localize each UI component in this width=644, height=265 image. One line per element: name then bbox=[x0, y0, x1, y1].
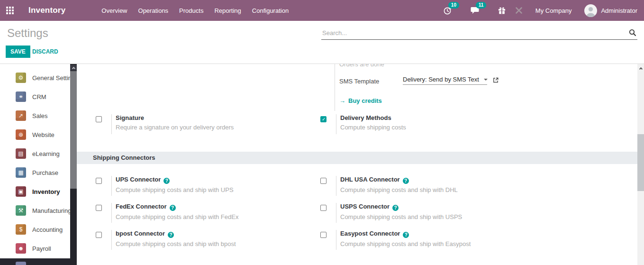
arrow-right-icon: → bbox=[339, 97, 345, 104]
gift-icon[interactable] bbox=[497, 5, 507, 16]
control-panel: Settings SAVE DISCARD bbox=[0, 21, 644, 64]
menu-reporting[interactable]: Reporting bbox=[213, 5, 242, 16]
tools-icon[interactable] bbox=[514, 5, 524, 16]
sms-settings-pane: Orders are done SMS Template Delivery: S… bbox=[335, 64, 590, 111]
help-icon[interactable]: ? bbox=[163, 178, 170, 184]
ups-connector-checkbox[interactable] bbox=[96, 178, 102, 184]
apps-menu-icon[interactable] bbox=[6, 7, 14, 14]
ups-connector-label: UPS Connector? bbox=[116, 176, 234, 184]
sidebar-item-payroll[interactable]: ☻ Payroll bbox=[0, 239, 70, 258]
sidebar-item-accounting[interactable]: $ Accounting bbox=[0, 220, 70, 239]
sidebar-item-manufacturing[interactable]: ⚒ Manufacturing bbox=[0, 201, 70, 220]
page-title: Settings bbox=[7, 27, 48, 40]
signature-checkbox[interactable] bbox=[96, 116, 102, 122]
dhl-connector-checkbox[interactable] bbox=[320, 178, 327, 184]
user-menu[interactable]: Administrator bbox=[601, 7, 637, 14]
search-bar bbox=[321, 27, 637, 40]
inventory-icon: ▣ bbox=[16, 186, 26, 197]
usps-connector-desc: Compute shipping costs and ship with USP… bbox=[340, 213, 462, 220]
external-link-icon[interactable] bbox=[492, 77, 499, 83]
scroll-up-icon[interactable] bbox=[637, 67, 644, 70]
signature-label: Signature bbox=[116, 114, 234, 121]
clipped-setting-text: Orders are done bbox=[339, 64, 384, 68]
sidebar-item-website[interactable]: ⊕ Website bbox=[0, 125, 70, 144]
ups-connector-desc: Compute shipping costs and ship with UPS bbox=[116, 186, 234, 193]
help-icon[interactable]: ? bbox=[392, 205, 399, 211]
website-icon: ⊕ bbox=[16, 129, 26, 140]
sidebar-item-sales[interactable]: ↗ Sales bbox=[0, 106, 70, 125]
sidebar-item-partial-icon[interactable] bbox=[16, 262, 26, 265]
sidebar-clipped-row bbox=[0, 258, 70, 265]
menu-configuration[interactable]: Configuration bbox=[251, 5, 290, 16]
help-icon[interactable]: ? bbox=[403, 178, 409, 184]
search-icon[interactable] bbox=[629, 29, 636, 37]
buy-credits-link[interactable]: →Buy credits bbox=[339, 97, 382, 104]
bpost-connector-checkbox[interactable] bbox=[96, 232, 102, 238]
fedex-connector-checkbox[interactable] bbox=[96, 205, 102, 211]
app-title: Inventory bbox=[28, 6, 65, 15]
activities-icon[interactable]: 10 bbox=[443, 5, 453, 16]
sidebar-item-purchase[interactable]: ▦ Purchase bbox=[0, 163, 70, 182]
sidebar-scrollbar[interactable] bbox=[70, 64, 77, 265]
bpost-connector-desc: Compute shipping costs and ship with bpo… bbox=[116, 240, 236, 247]
section-header: Shipping Connectors bbox=[77, 152, 637, 164]
help-icon[interactable]: ? bbox=[170, 205, 176, 211]
easypost-connector-checkbox[interactable] bbox=[320, 232, 327, 238]
sms-template-select[interactable]: Delivery: Send by SMS Text bbox=[403, 76, 487, 85]
chevron-down-icon bbox=[484, 79, 488, 81]
crm-icon: ⚭ bbox=[16, 91, 26, 102]
company-switcher[interactable]: My Company bbox=[535, 7, 572, 14]
elearning-icon: ▤ bbox=[16, 148, 26, 159]
sidebar-item-elearning[interactable]: ▤ eLearning bbox=[0, 144, 70, 163]
save-button[interactable]: SAVE bbox=[6, 46, 30, 58]
dhl-connector-label: DHL USA Connector? bbox=[340, 176, 458, 184]
dhl-connector-desc: Compute shipping costs and ship with DHL bbox=[340, 186, 458, 193]
activities-badge: 10 bbox=[448, 2, 459, 9]
sms-template-label: SMS Template bbox=[339, 78, 379, 85]
top-nav: Overview Operations Products Reporting C… bbox=[100, 5, 290, 16]
fedex-connector-desc: Compute shipping costs and ship with Fed… bbox=[116, 213, 238, 220]
help-icon[interactable]: ? bbox=[168, 232, 174, 238]
section-title: Shipping Connectors bbox=[93, 152, 155, 164]
search-input[interactable] bbox=[321, 27, 637, 40]
easypost-connector-desc: Compute shipping costs and ship with Eas… bbox=[340, 240, 471, 247]
delivery-methods-label: Delivery Methods bbox=[340, 114, 406, 121]
menu-operations[interactable]: Operations bbox=[137, 5, 170, 16]
sidebar-item-general-settings[interactable]: ⚙ General Settings bbox=[0, 68, 70, 87]
menu-overview[interactable]: Overview bbox=[100, 5, 128, 16]
menu-products[interactable]: Products bbox=[178, 5, 204, 16]
signature-desc: Require a signature on your delivery ord… bbox=[116, 124, 234, 131]
sidebar-scroll-up-icon[interactable] bbox=[70, 65, 77, 71]
sidebar-item-inventory[interactable]: ▣ Inventory bbox=[0, 182, 70, 201]
avatar[interactable] bbox=[584, 4, 597, 17]
usps-connector-checkbox[interactable] bbox=[320, 205, 327, 211]
bpost-connector-label: bpost Connector? bbox=[116, 230, 236, 238]
sales-icon: ↗ bbox=[16, 110, 26, 121]
page-scrollbar-thumb[interactable] bbox=[637, 134, 644, 191]
fedex-connector-label: FedEx Connector? bbox=[116, 203, 238, 211]
sidebar-scrollbar-thumb[interactable] bbox=[70, 71, 77, 189]
accounting-icon: $ bbox=[16, 224, 26, 235]
delivery-methods-desc: Compute shipping costs bbox=[340, 124, 406, 131]
purchase-icon: ▦ bbox=[16, 167, 26, 178]
top-bar: Inventory Overview Operations Products R… bbox=[0, 0, 644, 21]
messages-icon[interactable]: 11 bbox=[470, 5, 481, 16]
settings-main: Orders are done SMS Template Delivery: S… bbox=[77, 64, 637, 265]
sms-template-value: Delivery: Send by SMS Text bbox=[403, 76, 479, 83]
sidebar-item-crm[interactable]: ⚭ CRM bbox=[0, 87, 70, 106]
messages-badge: 11 bbox=[476, 2, 487, 9]
usps-connector-label: USPS Connector? bbox=[340, 203, 462, 211]
manufacturing-icon: ⚒ bbox=[16, 205, 26, 216]
delivery-methods-checkbox[interactable] bbox=[320, 116, 327, 122]
help-icon[interactable]: ? bbox=[403, 232, 409, 238]
easypost-connector-label: Easypost Connector? bbox=[340, 230, 471, 238]
discard-button[interactable]: DISCARD bbox=[32, 48, 58, 55]
settings-sidebar: ⚙ General Settings ⚭ CRM ↗ Sales ⊕ Websi… bbox=[0, 64, 77, 265]
general-settings-icon: ⚙ bbox=[16, 73, 26, 83]
payroll-icon: ☻ bbox=[16, 243, 26, 254]
page-scrollbar[interactable] bbox=[637, 64, 644, 265]
